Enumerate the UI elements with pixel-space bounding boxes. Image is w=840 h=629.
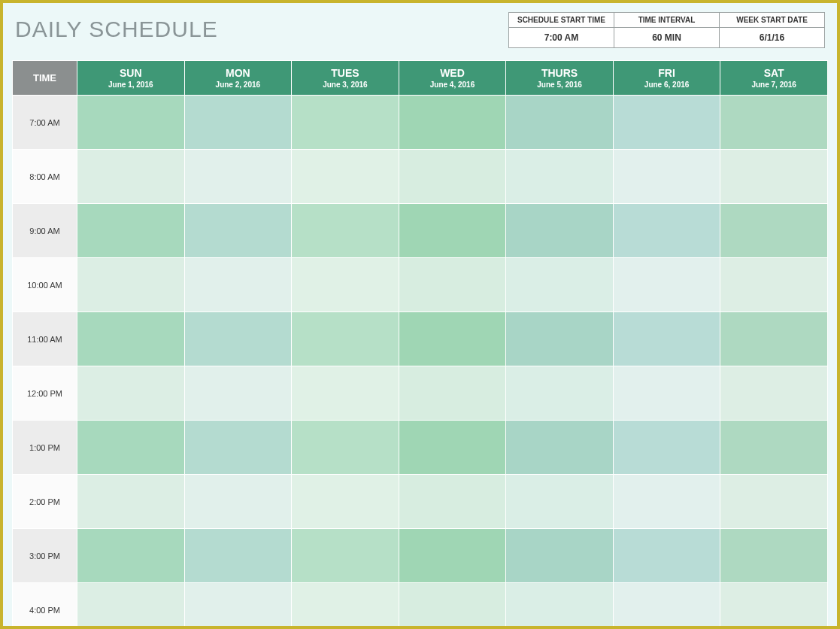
schedule-cell[interactable] bbox=[720, 312, 828, 366]
schedule-cell[interactable] bbox=[720, 421, 828, 475]
schedule-cell[interactable] bbox=[77, 204, 185, 258]
time-label: 4:00 PM bbox=[13, 583, 77, 630]
schedule-cell[interactable] bbox=[613, 421, 720, 475]
schedule-cell[interactable] bbox=[399, 529, 506, 583]
schedule-row: 2:00 PM bbox=[13, 475, 828, 529]
schedule-cell[interactable] bbox=[506, 366, 614, 421]
schedule-cell[interactable] bbox=[399, 150, 506, 204]
schedule-cell[interactable] bbox=[613, 150, 720, 204]
schedule-cell[interactable] bbox=[292, 96, 399, 150]
time-label: 10:00 AM bbox=[13, 258, 77, 312]
schedule-cell[interactable] bbox=[399, 258, 506, 312]
schedule-cell[interactable] bbox=[399, 96, 506, 150]
schedule-cell[interactable] bbox=[184, 583, 292, 630]
schedule-cell[interactable] bbox=[506, 475, 614, 529]
time-label: 8:00 AM bbox=[13, 150, 77, 204]
time-column-header: TIME bbox=[13, 61, 77, 96]
schedule-cell[interactable] bbox=[77, 96, 185, 150]
schedule-row: 9:00 AM bbox=[13, 204, 828, 258]
schedule-cell[interactable] bbox=[77, 150, 185, 204]
schedule-cell[interactable] bbox=[613, 96, 720, 150]
schedule-cell[interactable] bbox=[292, 583, 399, 630]
time-label: 9:00 AM bbox=[13, 204, 77, 258]
schedule-cell[interactable] bbox=[720, 258, 828, 312]
schedule-cell[interactable] bbox=[720, 583, 828, 630]
schedule-cell[interactable] bbox=[720, 366, 828, 421]
schedule-cell[interactable] bbox=[292, 421, 399, 475]
time-label: 7:00 AM bbox=[13, 96, 77, 150]
schedule-cell[interactable] bbox=[77, 421, 185, 475]
schedule-cell[interactable] bbox=[184, 150, 292, 204]
schedule-cell[interactable] bbox=[399, 421, 506, 475]
schedule-cell[interactable] bbox=[720, 150, 828, 204]
time-label: 12:00 PM bbox=[13, 366, 77, 421]
schedule-cell[interactable] bbox=[720, 529, 828, 583]
day-header-wed: WEDJune 4, 2016 bbox=[399, 61, 506, 96]
schedule-cell[interactable] bbox=[399, 204, 506, 258]
schedule-cell[interactable] bbox=[613, 583, 720, 630]
schedule-row: 7:00 AM bbox=[13, 96, 828, 150]
schedule-cell[interactable] bbox=[77, 258, 185, 312]
schedule-cell[interactable] bbox=[184, 258, 292, 312]
schedule-cell[interactable] bbox=[506, 96, 614, 150]
schedule-row: 1:00 PM bbox=[13, 421, 828, 475]
schedule-cell[interactable] bbox=[77, 475, 185, 529]
schedule-cell[interactable] bbox=[77, 583, 185, 630]
meta-value-week-start[interactable]: 6/1/16 bbox=[720, 28, 825, 48]
meta-value-start-time[interactable]: 7:00 AM bbox=[509, 28, 614, 48]
schedule-cell[interactable] bbox=[292, 366, 399, 421]
schedule-cell[interactable] bbox=[399, 312, 506, 366]
meta-value-interval[interactable]: 60 MIN bbox=[614, 28, 720, 48]
schedule-cell[interactable] bbox=[613, 258, 720, 312]
schedule-cell[interactable] bbox=[292, 204, 399, 258]
schedule-cell[interactable] bbox=[292, 312, 399, 366]
schedule-grid: TIME SUNJune 1, 2016 MONJune 2, 2016 TUE… bbox=[12, 60, 828, 629]
schedule-cell[interactable] bbox=[506, 312, 614, 366]
schedule-cell[interactable] bbox=[506, 258, 614, 312]
schedule-cell[interactable] bbox=[399, 475, 506, 529]
schedule-cell[interactable] bbox=[292, 475, 399, 529]
schedule-cell[interactable] bbox=[292, 150, 399, 204]
schedule-cell[interactable] bbox=[184, 204, 292, 258]
schedule-cell[interactable] bbox=[506, 529, 614, 583]
schedule-cell[interactable] bbox=[506, 421, 614, 475]
day-header-thu: THURSJune 5, 2016 bbox=[506, 61, 614, 96]
meta-header-interval: TIME INTERVAL bbox=[614, 13, 720, 28]
schedule-cell[interactable] bbox=[292, 258, 399, 312]
schedule-cell[interactable] bbox=[720, 96, 828, 150]
schedule-row: 8:00 AM bbox=[13, 150, 828, 204]
schedule-cell[interactable] bbox=[613, 529, 720, 583]
schedule-cell[interactable] bbox=[613, 312, 720, 366]
schedule-cell[interactable] bbox=[77, 529, 185, 583]
schedule-cell[interactable] bbox=[77, 366, 185, 421]
schedule-cell[interactable] bbox=[720, 475, 828, 529]
schedule-cell[interactable] bbox=[399, 366, 506, 421]
meta-header-start-time: SCHEDULE START TIME bbox=[509, 13, 614, 28]
schedule-cell[interactable] bbox=[184, 366, 292, 421]
page-title: DAILY SCHEDULE bbox=[15, 12, 218, 42]
day-header-sun: SUNJune 1, 2016 bbox=[77, 61, 185, 96]
schedule-cell[interactable] bbox=[613, 204, 720, 258]
schedule-cell[interactable] bbox=[184, 421, 292, 475]
schedule-cell[interactable] bbox=[292, 529, 399, 583]
schedule-cell[interactable] bbox=[613, 366, 720, 421]
schedule-cell[interactable] bbox=[613, 475, 720, 529]
schedule-cell[interactable] bbox=[506, 150, 614, 204]
schedule-cell[interactable] bbox=[184, 96, 292, 150]
schedule-cell[interactable] bbox=[506, 204, 614, 258]
schedule-cell[interactable] bbox=[184, 475, 292, 529]
day-header-fri: FRIJune 6, 2016 bbox=[613, 61, 720, 96]
schedule-cell[interactable] bbox=[184, 312, 292, 366]
time-label: 11:00 AM bbox=[13, 312, 77, 366]
day-header-sat: SATJune 7, 2016 bbox=[720, 61, 828, 96]
schedule-cell[interactable] bbox=[720, 204, 828, 258]
meta-table: SCHEDULE START TIME TIME INTERVAL WEEK S… bbox=[508, 12, 825, 48]
schedule-cell[interactable] bbox=[506, 583, 614, 630]
schedule-cell[interactable] bbox=[184, 529, 292, 583]
day-header-mon: MONJune 2, 2016 bbox=[184, 61, 292, 96]
time-label: 2:00 PM bbox=[13, 475, 77, 529]
schedule-cell[interactable] bbox=[77, 312, 185, 366]
schedule-row: 11:00 AM bbox=[13, 312, 828, 366]
schedule-cell[interactable] bbox=[399, 583, 506, 630]
schedule-row: 4:00 PM bbox=[13, 583, 828, 630]
